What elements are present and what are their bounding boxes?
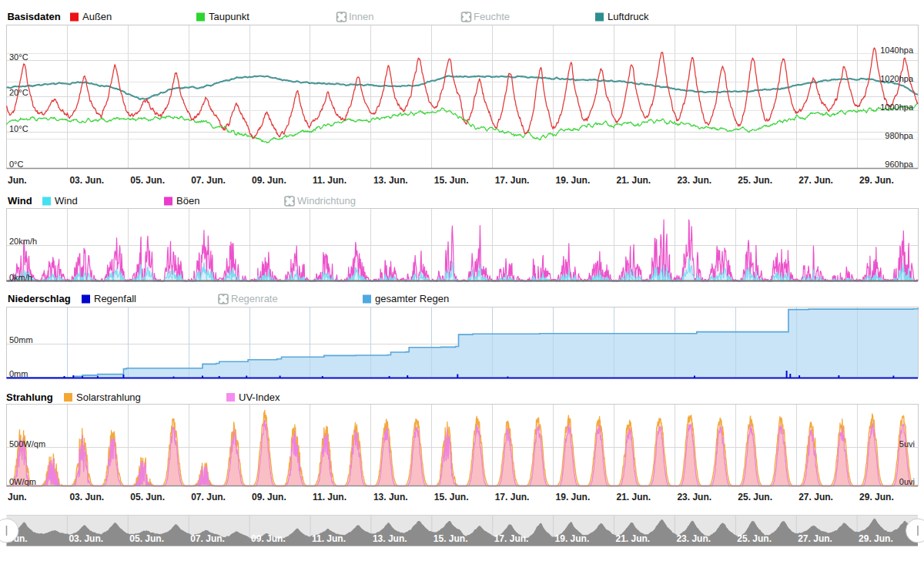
- svg-text:5uvi: 5uvi: [899, 439, 915, 449]
- svg-text:27. Jun.: 27. Jun.: [798, 175, 833, 186]
- svg-text:03. Jun.: 03. Jun.: [69, 492, 104, 502]
- svg-text:03. Jun.: 03. Jun.: [69, 175, 104, 186]
- svg-text:23. Jun.: 23. Jun.: [677, 492, 711, 502]
- svg-text:20°C: 20°C: [9, 88, 28, 97]
- svg-text:09. Jun.: 09. Jun.: [252, 492, 286, 502]
- svg-text:Niederschlag: Niederschlag: [8, 293, 71, 304]
- svg-text:0°C: 0°C: [9, 160, 24, 169]
- svg-text:15. Jun.: 15. Jun.: [434, 492, 469, 502]
- svg-text:Luftdruck: Luftdruck: [608, 11, 649, 22]
- svg-text:1000hpa: 1000hpa: [880, 102, 914, 112]
- svg-text:1020hpa: 1020hpa: [880, 74, 914, 83]
- svg-text:Wind: Wind: [55, 195, 78, 207]
- svg-text:gesamter Regen: gesamter Regen: [375, 293, 449, 304]
- svg-text:17. Jun.: 17. Jun.: [495, 175, 530, 186]
- svg-text:05. Jun.: 05. Jun.: [130, 175, 165, 186]
- svg-text:21. Jun.: 21. Jun.: [617, 175, 651, 186]
- svg-text:30°C: 30°C: [9, 52, 28, 62]
- svg-text:09. Jun.: 09. Jun.: [251, 533, 286, 544]
- svg-text:25. Jun.: 25. Jun.: [737, 533, 772, 544]
- svg-text:07. Jun.: 07. Jun.: [191, 175, 226, 186]
- svg-text:11. Jun.: 11. Jun.: [312, 533, 346, 544]
- svg-text:980hpa: 980hpa: [885, 131, 914, 140]
- svg-text:29. Jun.: 29. Jun.: [859, 175, 894, 186]
- svg-text:23. Jun.: 23. Jun.: [677, 175, 711, 186]
- svg-text:13. Jun.: 13. Jun.: [373, 175, 408, 186]
- svg-text:21. Jun.: 21. Jun.: [617, 492, 651, 502]
- svg-text:19. Jun.: 19. Jun.: [556, 492, 591, 502]
- svg-text:UV-Index: UV-Index: [239, 391, 280, 403]
- svg-text:13. Jun.: 13. Jun.: [373, 533, 407, 544]
- svg-text:23. Jun.: 23. Jun.: [676, 533, 711, 544]
- svg-text:03. Jun.: 03. Jun.: [69, 533, 103, 544]
- svg-text:Taupunkt: Taupunkt: [209, 11, 249, 22]
- svg-text:15. Jun.: 15. Jun.: [434, 533, 468, 544]
- svg-text:0mm: 0mm: [9, 369, 28, 378]
- svg-text:17. Jun.: 17. Jun.: [495, 492, 530, 502]
- svg-text:Jun.: Jun.: [8, 175, 27, 186]
- svg-text:19. Jun.: 19. Jun.: [555, 533, 590, 544]
- svg-text:Regenrate: Regenrate: [231, 293, 278, 304]
- svg-text:960hpa: 960hpa: [885, 160, 914, 169]
- svg-text:07. Jun.: 07. Jun.: [191, 492, 226, 502]
- svg-text:Feuchte: Feuchte: [474, 11, 510, 22]
- svg-text:Regenfall: Regenfall: [94, 293, 136, 304]
- svg-text:Windrichtung: Windrichtung: [297, 195, 356, 207]
- svg-text:27. Jun.: 27. Jun.: [798, 533, 832, 544]
- svg-text:10°C: 10°C: [9, 124, 28, 133]
- svg-text:Solarstrahlung: Solarstrahlung: [76, 391, 141, 403]
- svg-text:29. Jun.: 29. Jun.: [859, 533, 893, 544]
- svg-text:19. Jun.: 19. Jun.: [556, 175, 591, 186]
- svg-text:Wind: Wind: [8, 195, 32, 207]
- svg-text:11. Jun.: 11. Jun.: [313, 175, 346, 186]
- svg-text:Basisdaten: Basisdaten: [7, 11, 60, 22]
- svg-text:0uvi: 0uvi: [899, 477, 915, 486]
- svg-text:29. Jun.: 29. Jun.: [859, 492, 894, 502]
- svg-text:09. Jun.: 09. Jun.: [252, 175, 286, 186]
- svg-text:05. Jun.: 05. Jun.: [130, 492, 165, 502]
- svg-text:0km/h: 0km/h: [9, 273, 32, 282]
- svg-text:Innen: Innen: [349, 11, 374, 22]
- svg-text:11. Jun.: 11. Jun.: [313, 492, 346, 502]
- svg-text:27. Jun.: 27. Jun.: [798, 492, 833, 502]
- svg-text:50mm: 50mm: [9, 335, 33, 344]
- svg-text:13. Jun.: 13. Jun.: [373, 492, 408, 502]
- svg-text:Strahlung: Strahlung: [6, 391, 53, 403]
- svg-text:05. Jun.: 05. Jun.: [129, 533, 164, 544]
- svg-text:Jun.: Jun.: [8, 492, 27, 502]
- svg-text:25. Jun.: 25. Jun.: [738, 175, 772, 186]
- svg-text:15. Jun.: 15. Jun.: [434, 175, 469, 186]
- svg-text:07. Jun.: 07. Jun.: [190, 533, 225, 544]
- svg-text:25. Jun.: 25. Jun.: [738, 492, 772, 502]
- svg-text:0W/qm: 0W/qm: [9, 477, 36, 486]
- svg-text:Außen: Außen: [82, 11, 112, 22]
- svg-text:21. Jun.: 21. Jun.: [616, 533, 651, 544]
- svg-text:17. Jun.: 17. Jun.: [494, 533, 529, 544]
- svg-text:Böen: Böen: [176, 195, 199, 207]
- svg-text:500W/qm: 500W/qm: [9, 439, 45, 449]
- svg-text:20km/h: 20km/h: [9, 237, 37, 246]
- svg-text:1040hpa: 1040hpa: [880, 45, 914, 55]
